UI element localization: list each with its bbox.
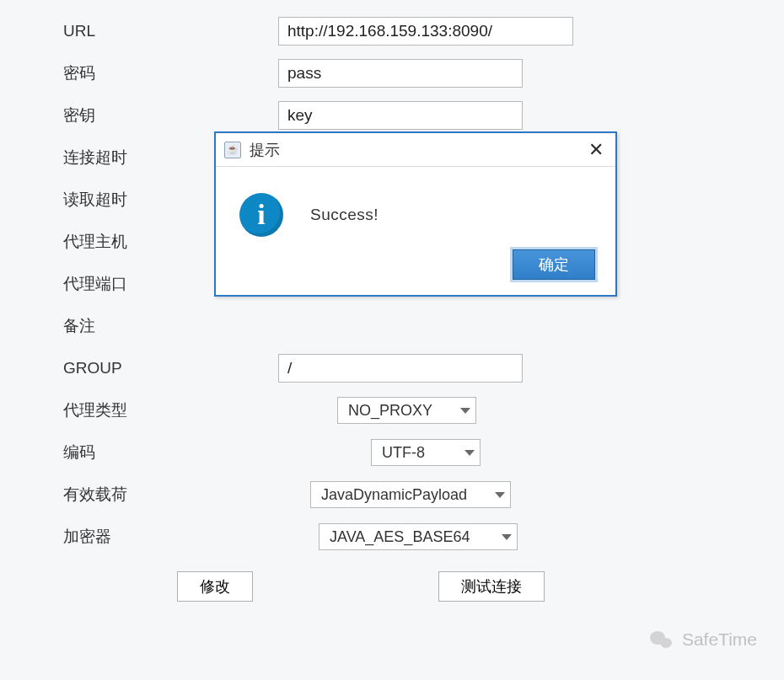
payload-select[interactable]: JavaDynamicPayload	[310, 481, 511, 508]
label-group: GROUP	[0, 359, 278, 377]
row-remark: 备注	[0, 305, 784, 347]
label-payload: 有效载荷	[0, 484, 278, 506]
url-input[interactable]	[278, 17, 573, 46]
proxy-type-value: NO_PROXY	[348, 402, 432, 420]
password-input[interactable]	[278, 59, 523, 88]
row-encoding: 编码 UTF-8	[0, 431, 784, 474]
row-proxy-type: 代理类型 NO_PROXY	[0, 389, 784, 431]
chevron-down-icon	[460, 408, 470, 414]
row-url: URL	[0, 10, 784, 52]
modify-button[interactable]: 修改	[177, 571, 253, 602]
payload-value: JavaDynamicPayload	[321, 486, 467, 504]
info-dialog: ☕ 提示 ✕ i Success! 确定	[214, 131, 617, 297]
row-encryptor: 加密器 JAVA_AES_BASE64	[0, 516, 784, 558]
dialog-titlebar: ☕ 提示 ✕	[216, 133, 615, 167]
label-remark: 备注	[0, 315, 278, 337]
label-encryptor: 加密器	[0, 526, 278, 548]
encoding-select[interactable]: UTF-8	[371, 439, 481, 466]
row-password: 密码	[0, 52, 784, 94]
test-connect-button[interactable]: 测试连接	[438, 571, 545, 602]
watermark: SafeTime	[650, 629, 757, 650]
encryptor-value: JAVA_AES_BASE64	[330, 528, 470, 546]
label-password: 密码	[0, 62, 278, 84]
encryptor-select[interactable]: JAVA_AES_BASE64	[319, 523, 518, 550]
close-icon[interactable]: ✕	[583, 141, 609, 159]
dialog-title: 提示	[250, 140, 583, 160]
key-input[interactable]	[278, 101, 523, 130]
encoding-value: UTF-8	[382, 444, 425, 462]
row-key: 密钥	[0, 94, 784, 137]
chevron-down-icon	[495, 492, 505, 498]
row-group: GROUP	[0, 347, 784, 389]
chevron-down-icon	[502, 534, 512, 540]
dialog-body: i Success!	[216, 167, 615, 243]
dialog-footer: 确定	[216, 243, 615, 295]
proxy-type-select[interactable]: NO_PROXY	[337, 397, 476, 424]
dialog-message: Success!	[310, 206, 379, 224]
label-encoding: 编码	[0, 442, 278, 463]
group-input[interactable]	[278, 354, 523, 383]
ok-button[interactable]: 确定	[513, 249, 595, 280]
wechat-icon	[650, 629, 674, 650]
label-url: URL	[0, 22, 278, 40]
chevron-down-icon	[464, 450, 475, 456]
button-row: 修改 测试连接	[0, 566, 784, 607]
watermark-text: SafeTime	[682, 629, 757, 650]
info-icon: i	[239, 193, 283, 237]
row-payload: 有效载荷 JavaDynamicPayload	[0, 474, 784, 516]
java-icon: ☕	[224, 142, 241, 158]
label-proxy-type: 代理类型	[0, 399, 278, 421]
label-key: 密钥	[0, 104, 278, 126]
config-form: URL 密码 密钥 连接超时 读取超时 代理主机 代理端口 备注 GROUP 代…	[0, 0, 784, 607]
